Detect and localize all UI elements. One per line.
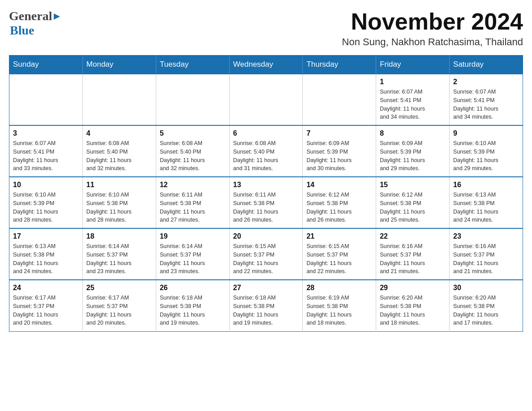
col-header-sunday: Sunday	[9, 56, 83, 74]
calendar-header-row: SundayMondayTuesdayWednesdayThursdayFrid…	[9, 56, 523, 74]
calendar-cell: 3Sunrise: 6:07 AM Sunset: 5:41 PM Daylig…	[9, 125, 83, 177]
calendar-cell: 26Sunrise: 6:18 AM Sunset: 5:38 PM Dayli…	[156, 280, 229, 331]
calendar-cell: 8Sunrise: 6:09 AM Sunset: 5:39 PM Daylig…	[376, 125, 450, 177]
calendar-cell: 24Sunrise: 6:17 AM Sunset: 5:37 PM Dayli…	[9, 280, 83, 331]
calendar-cell: 5Sunrise: 6:08 AM Sunset: 5:40 PM Daylig…	[156, 125, 229, 177]
day-number: 2	[453, 78, 519, 86]
calendar-cell: 16Sunrise: 6:13 AM Sunset: 5:38 PM Dayli…	[450, 177, 523, 228]
col-header-thursday: Thursday	[303, 56, 376, 74]
calendar-cell: 9Sunrise: 6:10 AM Sunset: 5:39 PM Daylig…	[450, 125, 523, 177]
day-info: Sunrise: 6:20 AM Sunset: 5:38 PM Dayligh…	[380, 294, 446, 327]
calendar-cell: 29Sunrise: 6:20 AM Sunset: 5:38 PM Dayli…	[376, 280, 450, 331]
day-info: Sunrise: 6:12 AM Sunset: 5:38 PM Dayligh…	[306, 191, 372, 224]
day-number: 30	[453, 284, 519, 292]
location-title: Non Sung, Nakhon Ratchasima, Thailand	[342, 36, 523, 48]
day-info: Sunrise: 6:14 AM Sunset: 5:37 PM Dayligh…	[160, 242, 226, 276]
week-row-5: 24Sunrise: 6:17 AM Sunset: 5:37 PM Dayli…	[9, 280, 523, 331]
day-number: 17	[13, 232, 79, 240]
calendar-cell: 27Sunrise: 6:18 AM Sunset: 5:38 PM Dayli…	[229, 280, 303, 331]
day-info: Sunrise: 6:10 AM Sunset: 5:39 PM Dayligh…	[13, 191, 79, 224]
day-info: Sunrise: 6:07 AM Sunset: 5:41 PM Dayligh…	[380, 88, 446, 121]
day-info: Sunrise: 6:16 AM Sunset: 5:37 PM Dayligh…	[380, 242, 446, 276]
day-number: 15	[380, 181, 446, 189]
day-number: 8	[380, 129, 446, 137]
day-info: Sunrise: 6:17 AM Sunset: 5:37 PM Dayligh…	[86, 294, 152, 327]
logo-blue-text: Blue	[10, 23, 62, 38]
day-number: 28	[306, 284, 372, 292]
day-number: 23	[453, 232, 519, 240]
logo-general-text: General	[9, 9, 52, 23]
logo: General Blue	[9, 9, 62, 38]
day-number: 26	[160, 284, 226, 292]
week-row-2: 3Sunrise: 6:07 AM Sunset: 5:41 PM Daylig…	[9, 125, 523, 177]
calendar-cell: 17Sunrise: 6:13 AM Sunset: 5:38 PM Dayli…	[9, 228, 83, 280]
calendar-cell: 20Sunrise: 6:15 AM Sunset: 5:37 PM Dayli…	[229, 228, 303, 280]
day-number: 20	[233, 232, 299, 240]
day-info: Sunrise: 6:08 AM Sunset: 5:40 PM Dayligh…	[233, 139, 299, 173]
day-info: Sunrise: 6:18 AM Sunset: 5:38 PM Dayligh…	[160, 294, 226, 327]
day-info: Sunrise: 6:13 AM Sunset: 5:38 PM Dayligh…	[13, 242, 79, 276]
day-number: 3	[13, 129, 79, 137]
day-number: 18	[86, 232, 152, 240]
day-info: Sunrise: 6:17 AM Sunset: 5:37 PM Dayligh…	[13, 294, 79, 327]
calendar-cell: 13Sunrise: 6:11 AM Sunset: 5:38 PM Dayli…	[229, 177, 303, 228]
day-info: Sunrise: 6:08 AM Sunset: 5:40 PM Dayligh…	[86, 139, 152, 173]
calendar-cell: 19Sunrise: 6:14 AM Sunset: 5:37 PM Dayli…	[156, 228, 229, 280]
day-info: Sunrise: 6:16 AM Sunset: 5:37 PM Dayligh…	[453, 242, 519, 276]
calendar-cell: 21Sunrise: 6:15 AM Sunset: 5:37 PM Dayli…	[303, 228, 376, 280]
calendar-cell	[303, 74, 376, 125]
day-number: 16	[453, 181, 519, 189]
calendar-cell: 23Sunrise: 6:16 AM Sunset: 5:37 PM Dayli…	[450, 228, 523, 280]
day-number: 19	[160, 232, 226, 240]
day-number: 5	[160, 129, 226, 137]
day-info: Sunrise: 6:14 AM Sunset: 5:37 PM Dayligh…	[86, 242, 152, 276]
calendar-cell	[82, 74, 156, 125]
day-info: Sunrise: 6:11 AM Sunset: 5:38 PM Dayligh…	[160, 191, 226, 224]
calendar-cell: 28Sunrise: 6:19 AM Sunset: 5:38 PM Dayli…	[303, 280, 376, 331]
logo-arrow-icon	[54, 13, 62, 22]
page-header: General Blue November 2024 Non Sung, Nak…	[9, 9, 523, 48]
calendar-cell: 11Sunrise: 6:10 AM Sunset: 5:38 PM Dayli…	[82, 177, 156, 228]
col-header-wednesday: Wednesday	[229, 56, 303, 74]
day-info: Sunrise: 6:09 AM Sunset: 5:39 PM Dayligh…	[306, 139, 372, 173]
calendar-cell: 2Sunrise: 6:07 AM Sunset: 5:41 PM Daylig…	[450, 74, 523, 125]
calendar-cell: 6Sunrise: 6:08 AM Sunset: 5:40 PM Daylig…	[229, 125, 303, 177]
day-number: 4	[86, 129, 152, 137]
calendar-cell: 7Sunrise: 6:09 AM Sunset: 5:39 PM Daylig…	[303, 125, 376, 177]
day-info: Sunrise: 6:08 AM Sunset: 5:40 PM Dayligh…	[160, 139, 226, 173]
day-info: Sunrise: 6:19 AM Sunset: 5:38 PM Dayligh…	[306, 294, 372, 327]
day-info: Sunrise: 6:10 AM Sunset: 5:39 PM Dayligh…	[453, 139, 519, 173]
week-row-4: 17Sunrise: 6:13 AM Sunset: 5:38 PM Dayli…	[9, 228, 523, 280]
col-header-saturday: Saturday	[450, 56, 523, 74]
day-number: 12	[160, 181, 226, 189]
day-number: 10	[13, 181, 79, 189]
day-number: 21	[306, 232, 372, 240]
day-number: 29	[380, 284, 446, 292]
day-number: 13	[233, 181, 299, 189]
day-number: 24	[13, 284, 79, 292]
calendar-cell	[9, 74, 83, 125]
calendar-cell: 1Sunrise: 6:07 AM Sunset: 5:41 PM Daylig…	[376, 74, 450, 125]
calendar-cell: 25Sunrise: 6:17 AM Sunset: 5:37 PM Dayli…	[82, 280, 156, 331]
calendar-cell: 30Sunrise: 6:20 AM Sunset: 5:38 PM Dayli…	[450, 280, 523, 331]
day-info: Sunrise: 6:11 AM Sunset: 5:38 PM Dayligh…	[233, 191, 299, 224]
week-row-1: 1Sunrise: 6:07 AM Sunset: 5:41 PM Daylig…	[9, 74, 523, 125]
day-number: 9	[453, 129, 519, 137]
svg-marker-0	[54, 13, 60, 20]
calendar-cell: 10Sunrise: 6:10 AM Sunset: 5:39 PM Dayli…	[9, 177, 83, 228]
day-info: Sunrise: 6:18 AM Sunset: 5:38 PM Dayligh…	[233, 294, 299, 327]
day-number: 11	[86, 181, 152, 189]
col-header-monday: Monday	[82, 56, 156, 74]
day-number: 1	[380, 78, 446, 86]
calendar-cell: 14Sunrise: 6:12 AM Sunset: 5:38 PM Dayli…	[303, 177, 376, 228]
day-info: Sunrise: 6:12 AM Sunset: 5:38 PM Dayligh…	[380, 191, 446, 224]
week-row-3: 10Sunrise: 6:10 AM Sunset: 5:39 PM Dayli…	[9, 177, 523, 228]
day-number: 22	[380, 232, 446, 240]
day-number: 25	[86, 284, 152, 292]
month-title: November 2024	[342, 9, 523, 34]
day-info: Sunrise: 6:10 AM Sunset: 5:38 PM Dayligh…	[86, 191, 152, 224]
title-section: November 2024 Non Sung, Nakhon Ratchasim…	[342, 9, 523, 48]
day-info: Sunrise: 6:13 AM Sunset: 5:38 PM Dayligh…	[453, 191, 519, 224]
calendar-cell: 4Sunrise: 6:08 AM Sunset: 5:40 PM Daylig…	[82, 125, 156, 177]
day-info: Sunrise: 6:15 AM Sunset: 5:37 PM Dayligh…	[233, 242, 299, 276]
